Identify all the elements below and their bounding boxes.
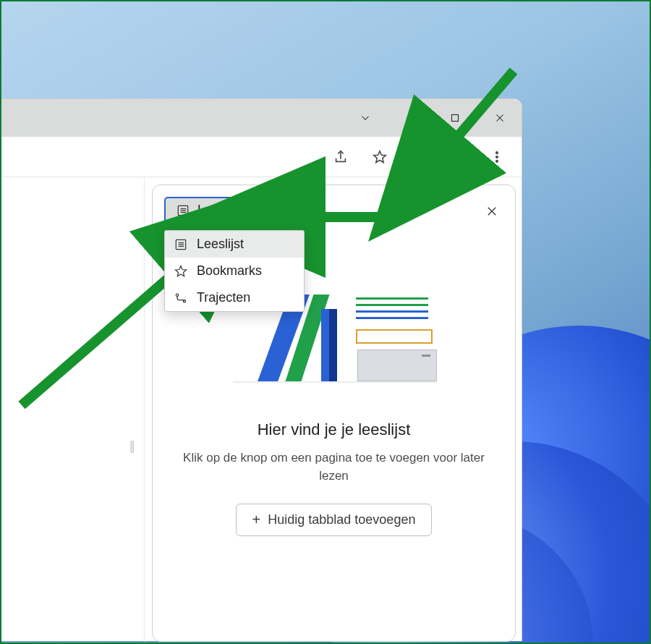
- menu-item-label: Leeslijst: [197, 237, 244, 252]
- svg-point-9: [496, 151, 498, 153]
- plus-icon: +: [252, 512, 261, 528]
- menu-item-label: Bookmarks: [197, 263, 262, 279]
- star-icon: [174, 264, 188, 279]
- browser-content: || Leeslijst: [1, 177, 522, 642]
- window-titlebar: [1, 99, 522, 137]
- svg-marker-22: [176, 266, 187, 276]
- browser-toolbar: [1, 137, 522, 177]
- svg-point-11: [496, 160, 498, 162]
- profile-avatar-button[interactable]: [445, 144, 471, 170]
- share-icon: [333, 149, 349, 165]
- list-icon: [176, 203, 190, 218]
- svg-rect-7: [420, 152, 424, 161]
- sidepanel-dropdown-label: Leeslijst: [197, 203, 244, 218]
- add-current-tab-label: Huidig tabblad toevoegen: [268, 512, 415, 528]
- sidepanel-dropdown-button[interactable]: Leeslijst: [164, 197, 275, 224]
- sidepanel-dropdown-menu: Leeslijst Bookmarks Trajecten: [164, 230, 305, 312]
- desktop-background: || Leeslijst: [0, 0, 651, 644]
- journeys-icon: [174, 291, 188, 305]
- close-sidepanel-button[interactable]: [480, 200, 503, 223]
- reading-list-subtitle: Klik op de knop om een pagina toe te voe…: [164, 449, 503, 485]
- avatar-icon: [450, 149, 466, 165]
- tab-dropdown-button[interactable]: [351, 103, 380, 132]
- reading-list-title: Hier vind je je leeslijst: [164, 420, 503, 439]
- caret-down-icon: [256, 208, 263, 213]
- menu-item-bookmarks[interactable]: Bookmarks: [165, 258, 304, 284]
- svg-marker-4: [374, 151, 386, 162]
- list-icon: [174, 237, 188, 252]
- svg-rect-1: [452, 115, 459, 122]
- maximize-icon: [448, 111, 461, 124]
- close-icon: [493, 111, 506, 124]
- chevron-down-icon: [359, 111, 372, 124]
- sidepanel-icon: [411, 149, 427, 165]
- close-icon: [485, 205, 498, 218]
- add-current-tab-button[interactable]: + Huidig tabblad toevoegen: [236, 504, 433, 536]
- minimize-button[interactable]: [396, 103, 425, 132]
- menu-item-label: Trajecten: [197, 290, 250, 305]
- sidepanel-resize-handle[interactable]: ||: [129, 438, 133, 454]
- svg-point-8: [456, 153, 460, 157]
- share-button[interactable]: [328, 144, 354, 170]
- svg-point-10: [496, 156, 498, 158]
- bookmark-star-button[interactable]: [367, 144, 393, 170]
- maximize-button[interactable]: [441, 103, 469, 132]
- menu-item-leeslijst[interactable]: Leeslijst: [165, 231, 304, 258]
- kebab-menu-button[interactable]: [484, 144, 510, 170]
- sidepanel-button[interactable]: [406, 144, 432, 170]
- kebab-menu-icon: [490, 150, 504, 164]
- close-window-button[interactable]: [485, 103, 514, 132]
- menu-item-trajecten[interactable]: Trajecten: [165, 284, 304, 311]
- svg-point-23: [176, 294, 178, 296]
- reading-list-sidepanel: Leeslijst Leeslijst Bookmarks: [152, 185, 516, 642]
- star-icon: [372, 149, 388, 165]
- page-content-area: ||: [1, 177, 145, 642]
- chrome-window: || Leeslijst: [0, 98, 522, 641]
- minimize-icon: [404, 111, 417, 124]
